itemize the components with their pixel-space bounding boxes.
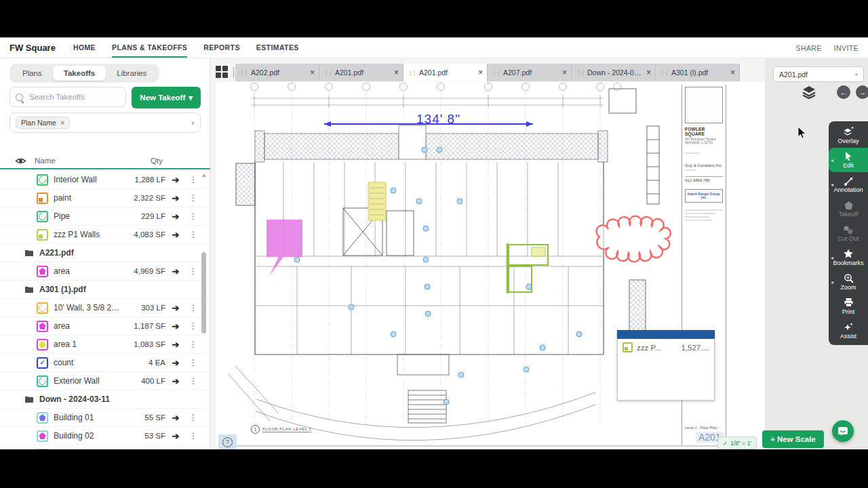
expander-icon[interactable]: ◂ [831,157,833,163]
row-menu-icon[interactable]: ⋮ [186,376,201,386]
tool-print[interactable]: Print [829,294,868,319]
chat-support-button[interactable] [832,420,854,442]
expander-icon[interactable]: ◂ [831,279,833,285]
help-button[interactable]: ? [218,434,237,449]
tool-overlay[interactable]: Overlay [829,123,868,148]
nav-reports[interactable]: REPORTS [203,38,240,58]
row-menu-icon[interactable]: ⋮ [186,193,201,203]
tool-annotation[interactable]: ◂ Annotation [829,172,868,197]
goto-arrow-icon[interactable]: ➔ [165,266,186,277]
page-select-dropdown[interactable]: A201.pdf ▾ [773,66,864,82]
close-tab-icon[interactable]: × [394,68,399,77]
goto-arrow-icon[interactable]: ➔ [165,193,186,203]
tab-libraries[interactable]: Libraries [106,66,157,81]
goto-arrow-icon[interactable]: ➔ [165,303,186,313]
plan-folder-row[interactable]: Down - 2024-03-11 [0,390,210,409]
row-menu-icon[interactable]: ⋮ [186,413,201,422]
takeoff-row[interactable]: Building 0155 SF ➔⋮ [0,409,210,427]
invite-button[interactable]: INVITE [834,44,859,52]
scale-indicator[interactable]: ✓ 1/8" = 1' [717,436,757,449]
goto-arrow-icon[interactable]: ➔ [165,230,186,240]
tab-takeoffs[interactable]: Takeoffs [53,66,106,81]
design-firm-logo: Intech Design Group, Inc. [685,189,723,203]
visibility-eye-icon[interactable] [15,157,26,165]
nav-plans-takeoffs[interactable]: PLANS & TAKEOFFS [112,38,187,58]
plan-folder-row[interactable]: A221.pdf [0,244,210,262]
linear-takeoff-icon [37,211,48,222]
row-menu-icon[interactable]: ⋮ [186,266,201,276]
row-menu-icon[interactable]: ⋮ [186,230,201,239]
list-scrollbar[interactable]: ▲ ▼ [201,172,208,449]
scroll-up-icon[interactable]: ▲ [201,172,208,178]
doc-tab[interactable]: ⋮⋮Down - 2024-03-1× [572,64,656,81]
takeoff-row[interactable]: area 11,083 SF ➔⋮ [0,336,210,354]
takeoff-pentagon-icon [844,201,854,210]
row-menu-icon[interactable]: ⋮ [186,358,201,367]
dimension-label[interactable]: 134' 8" [416,112,460,127]
doc-tab[interactable]: ⋮⋮A207.pdf× [488,64,572,81]
row-menu-icon[interactable]: ⋮ [186,175,201,184]
row-menu-icon[interactable]: ⋮ [186,211,201,221]
close-tab-icon[interactable]: × [730,68,735,77]
takeoff-row[interactable]: Exterior Wall400 LF ➔⋮ [0,372,210,390]
nav-home[interactable]: HOME [73,38,96,58]
tab-grid-view-button[interactable] [216,66,229,79]
goto-arrow-icon[interactable]: ➔ [165,431,186,441]
filter-select[interactable]: Plan Name× ▾ [9,113,201,133]
row-menu-icon[interactable]: ⋮ [186,431,201,441]
goto-arrow-icon[interactable]: ➔ [165,413,186,423]
plan-folder-row[interactable]: A301 (1).pdf [0,281,210,299]
page-forward-button[interactable]: → [856,85,868,99]
goto-arrow-icon[interactable]: ➔ [165,175,186,185]
tool-bookmarks[interactable]: ◂ Bookmarks [829,245,868,270]
share-button[interactable]: SHARE [796,44,822,52]
takeoff-row[interactable]: ✓ count4 EA ➔⋮ [0,354,210,372]
goto-arrow-icon[interactable]: ➔ [165,340,186,350]
takeoff-row[interactable]: Interior Wall1,288 LF ➔⋮ [0,171,210,189]
tool-assist[interactable]: Assist [829,319,868,343]
row-menu-icon[interactable]: ⋮ [186,340,201,349]
filter-chip-plan-name: Plan Name× [16,117,70,129]
tool-edit[interactable]: ◂ Edit [829,148,868,172]
close-tab-icon[interactable]: × [310,68,315,77]
takeoff-row[interactable]: Building 0253 SF ➔⋮ [0,427,210,445]
goto-arrow-icon[interactable]: ➔ [165,211,186,222]
goto-arrow-icon[interactable]: ➔ [165,449,186,450]
tab-plans[interactable]: Plans [12,66,53,81]
expander-icon[interactable]: ◂ [831,182,833,188]
takeoff-row[interactable]: area1,187 SF ➔⋮ [0,317,210,336]
goto-arrow-icon[interactable]: ➔ [165,376,186,386]
goto-arrow-icon[interactable]: ➔ [165,321,186,331]
popup-row[interactable]: zzz P... 1,527.... [623,342,709,352]
linear-takeoff-icon [37,375,48,387]
popup-header[interactable] [617,330,715,339]
doc-tab[interactable]: ⋮⋮A201.pdf× [319,64,403,81]
doc-tab[interactable]: ⋮⋮A301 (l).pdf× [656,64,740,81]
goto-arrow-icon[interactable]: ➔ [165,358,186,368]
takeoff-row[interactable]: 10' Wall, 3 5/8 20g 16 oc...303 LF ➔⋮ [0,299,210,317]
plan-canvas[interactable]: 134' 8" 1 FLOOR PLAN LEVEL 1 FOWLER SQUA… [216,82,765,449]
doc-tab[interactable]: ⋮⋮A202.pdf× [235,64,319,81]
search-input[interactable] [28,92,120,102]
scrollbar-thumb[interactable] [201,252,206,333]
new-takeoff-button[interactable]: New Takeoff▾ [132,87,201,108]
nav-estimates[interactable]: ESTIMATES [256,38,299,58]
layers-icon[interactable] [802,85,816,99]
doc-tab-active[interactable]: ⋮⋮A201.pdf× [403,64,488,81]
app-logo: FW Square [9,43,56,53]
page-back-button[interactable]: ← [837,85,850,99]
new-scale-button[interactable]: + New Scale [762,430,824,448]
takeoff-row[interactable]: paint2,322 SF ➔⋮ [0,189,210,207]
tool-zoom[interactable]: ◂ Zoom [829,270,868,294]
takeoff-row[interactable]: area4,969 SF ➔⋮ [0,262,210,281]
close-tab-icon[interactable]: × [646,68,651,77]
close-tab-icon[interactable]: × [478,68,483,77]
expander-icon[interactable]: ◂ [831,255,833,261]
takeoff-row[interactable]: Pipe229 LF ➔⋮ [0,207,210,226]
row-menu-icon[interactable]: ⋮ [186,303,201,312]
remove-filter-icon[interactable]: × [60,119,64,127]
takeoff-row[interactable]: Building 03725 SF ➔⋮ [0,445,210,449]
close-tab-icon[interactable]: × [562,68,567,77]
row-menu-icon[interactable]: ⋮ [186,321,201,331]
takeoff-row[interactable]: zzz P1 Walls4,083 SF ➔⋮ [0,226,210,244]
